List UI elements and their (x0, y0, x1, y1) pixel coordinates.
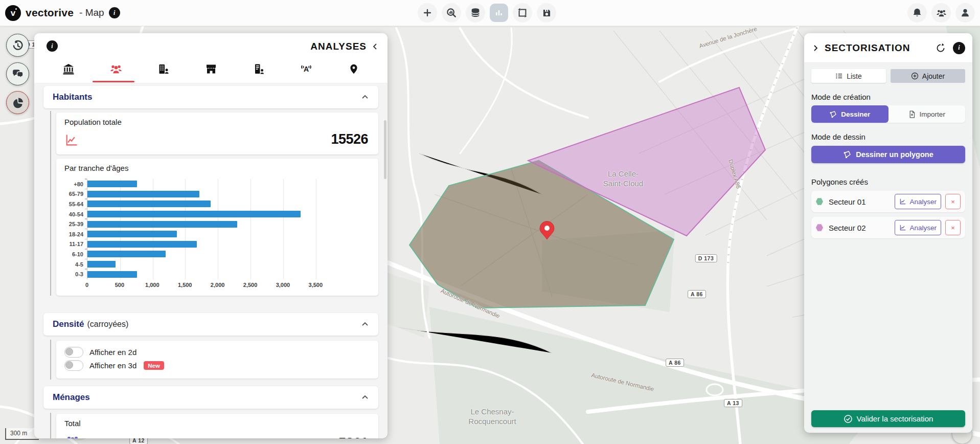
user-icon (960, 7, 971, 18)
households-total-value: 5861 (338, 435, 368, 438)
analyses-header: i ANALYSES (34, 33, 388, 83)
age-chart-ticks: 05001,0001,5002,0002,5003,0003,500 (87, 282, 371, 290)
transform-zone-button[interactable] (513, 3, 532, 23)
notifications-button[interactable] (907, 3, 927, 23)
view-list-button[interactable]: Liste (811, 69, 886, 83)
vector-polygon-icon (829, 110, 837, 118)
panel-scrollbar[interactable] (384, 120, 386, 179)
tab-equipments[interactable] (44, 58, 92, 80)
age-bar (87, 271, 137, 278)
draw-mode-label: Mode de dessin (811, 132, 965, 141)
people-icon (109, 62, 123, 76)
analyses-title: ANALYSES (310, 41, 367, 52)
tab-shops[interactable] (187, 58, 235, 80)
add-button[interactable] (418, 3, 437, 23)
creation-draw-option[interactable]: Dessiner (811, 105, 888, 123)
delete-sector-button[interactable]: × (945, 220, 961, 235)
tab-services[interactable] (235, 58, 282, 80)
top-bar: v vectorive - Map i (0, 0, 980, 26)
sectorisation-info-icon[interactable]: i (953, 42, 965, 54)
sectorisation-title: SECTORISATION (825, 42, 936, 54)
section-habitants-header[interactable]: Habitants (43, 86, 378, 108)
age-bar-row (87, 179, 371, 189)
age-distribution-card: Par tranche d'âges +8065-7955-6440-5425-… (56, 159, 378, 296)
age-bar-row (87, 249, 371, 259)
density-card: Afficher en 2d Afficher en 3d New (56, 341, 378, 379)
section-guide-line (50, 413, 51, 438)
tab-companies[interactable] (140, 58, 187, 80)
households-people-icon (64, 433, 81, 438)
layers-button[interactable] (466, 3, 485, 23)
comments-button[interactable] (6, 62, 29, 85)
polygon-row-secteur-02: Secteur 02 Analyser × (811, 217, 965, 238)
save-button[interactable] (537, 3, 556, 23)
toggle-3d[interactable] (64, 360, 83, 371)
team-button[interactable] (931, 3, 951, 23)
creation-import-label: Importer (920, 110, 945, 118)
tab-coverage[interactable]: A (282, 58, 330, 80)
analyse-button[interactable]: Analyser (895, 194, 941, 209)
chat-bubbles-icon (11, 68, 24, 80)
draw-polygon-button[interactable]: Dessiner un polygone (811, 146, 965, 163)
chevron-up-icon[interactable] (361, 93, 369, 101)
section-densite-header[interactable]: Densité (carroyées) (43, 313, 378, 336)
pie-chart-button[interactable] (6, 91, 29, 114)
age-chart-plot (87, 179, 371, 279)
age-bar (87, 191, 199, 197)
analyses-panel: i ANALYSES (34, 33, 388, 438)
age-bar (87, 211, 301, 217)
history-button[interactable] (6, 34, 29, 57)
history-icon (12, 39, 24, 52)
draw-polygon-label: Dessiner un polygone (856, 150, 933, 159)
city-label: La Celle-Saint-Cloud (603, 169, 643, 189)
section-menages-header[interactable]: Ménages (43, 386, 378, 409)
age-bar (87, 181, 137, 187)
line-chart-icon (899, 198, 906, 205)
check-circle-icon (844, 414, 853, 424)
population-total-value: 15526 (331, 131, 368, 147)
pie-chart-icon (11, 96, 24, 109)
signal-letter-icon: A (299, 63, 314, 75)
age-bar (87, 241, 197, 248)
reset-icon[interactable] (936, 43, 946, 53)
polygons-created-label: Polygones créés (811, 177, 965, 186)
analyses-info-icon[interactable]: i (47, 40, 58, 52)
collapse-left-icon[interactable] (371, 42, 379, 51)
chevron-up-icon[interactable] (361, 393, 369, 402)
age-chart-rows (87, 179, 371, 279)
section-title-suffix: (carroyées) (87, 320, 128, 329)
vector-polygon-icon (843, 150, 851, 159)
age-distribution-label: Par tranche d'âges (64, 164, 128, 172)
toggle-2d-label: Afficher en 2d (89, 348, 136, 357)
polygon-row-secteur-01: Secteur 01 Analyser × (811, 191, 965, 212)
view-add-button[interactable]: Ajouter (891, 69, 965, 83)
sector-color-dot (816, 198, 823, 206)
search-stats-button[interactable] (442, 3, 461, 23)
collapse-right-icon[interactable] (811, 44, 819, 52)
sector-color-dot (816, 224, 823, 232)
city-label: Le Chesnay-Rocquencourt (468, 407, 516, 427)
road-badge: A 13 (724, 399, 742, 407)
database-icon (470, 7, 481, 18)
analyse-button[interactable]: Analyser (895, 220, 941, 235)
tab-places[interactable] (330, 58, 377, 80)
transform-icon (517, 7, 528, 18)
population-total-card: Population totale 15526 (56, 113, 378, 154)
kiosk-user-icon (253, 63, 265, 75)
creation-mode-toggle: Dessiner Importer (811, 105, 965, 123)
sector-name: Secteur 01 (829, 197, 895, 206)
age-bar-row (87, 209, 371, 219)
page-title: - Map (79, 7, 104, 18)
tab-population[interactable] (92, 58, 140, 80)
chevron-up-icon[interactable] (361, 320, 369, 328)
delete-sector-button[interactable]: × (945, 194, 961, 209)
analyse-label: Analyser (909, 224, 937, 232)
age-bar (87, 231, 177, 237)
creation-import-option[interactable]: Importer (888, 105, 966, 123)
app-info-icon[interactable]: i (109, 7, 120, 18)
plus-circle-icon (911, 72, 919, 80)
toggle-2d[interactable] (64, 347, 83, 358)
account-button[interactable] (955, 3, 975, 23)
age-bar (87, 261, 116, 268)
validate-sectorisation-button[interactable]: Valider la sectorisation (811, 410, 965, 427)
